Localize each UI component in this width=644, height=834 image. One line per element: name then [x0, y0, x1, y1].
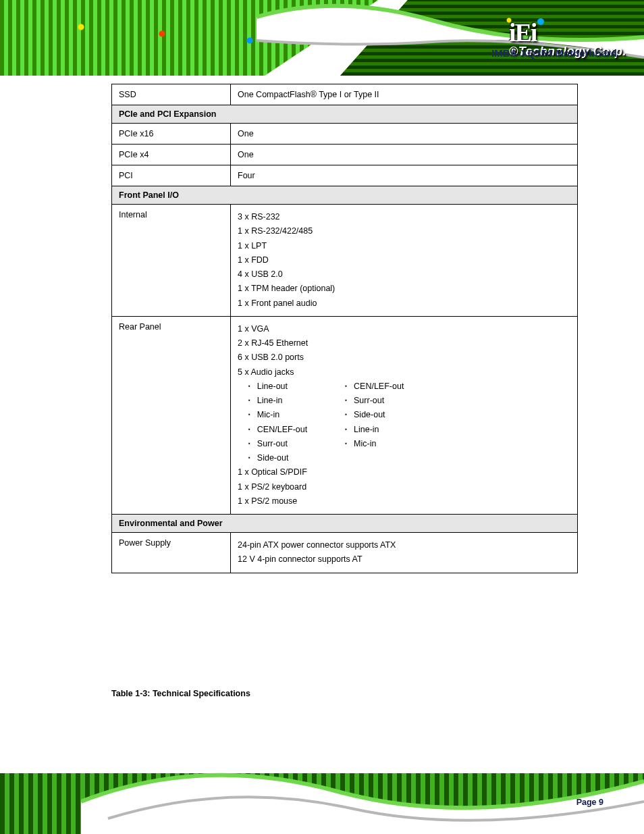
section-header-env: Environmental and Power	[112, 515, 578, 533]
brand-mark: iEi	[509, 18, 536, 47]
top-banner: iEi ®Technology Corp. IMBA-XQ354 Motherb…	[0, 0, 644, 76]
table-row: Rear Panel 1 x VGA 2 x RJ-45 Ethernet 6 …	[112, 316, 578, 514]
cell-label: Power Supply	[112, 533, 231, 573]
cell-value: Four	[231, 165, 578, 186]
table-row: Power Supply 24-pin ATX power connector …	[112, 533, 578, 573]
table-row: Internal 3 x RS-232 1 x RS-232/422/485 1…	[112, 205, 578, 317]
section-header-frontpanel: Front Panel I/O	[112, 186, 578, 205]
audio-col-left: Line-out Line-in Mic-in CEN/LEF-out Surr…	[238, 380, 307, 466]
audio-jack-columns: Line-out Line-in Mic-in CEN/LEF-out Surr…	[238, 380, 570, 466]
cell-label: PCI	[112, 165, 231, 186]
bottom-banner: Page 9	[0, 754, 644, 834]
cell-label: Rear Panel	[112, 316, 231, 514]
cell-label: PCIe x4	[112, 145, 231, 165]
table-row: PCI Four	[112, 165, 578, 186]
section-header-text: Front Panel I/O	[112, 186, 578, 205]
cell-value: One CompactFlash® Type I or Type II	[231, 84, 578, 105]
cell-value-rear: 1 x VGA 2 x RJ-45 Ethernet 6 x USB 2.0 p…	[231, 316, 578, 514]
section-header-text: Environmental and Power	[112, 515, 578, 533]
audio-col-right: CEN/LEF-out Surr-out Side-out Line-in Mi…	[334, 380, 404, 466]
spec-table: SSD One CompactFlash® Type I or Type II …	[111, 84, 578, 573]
table-row: PCIe x16 One	[112, 124, 578, 145]
cell-label: SSD	[112, 84, 231, 105]
cell-value: One	[231, 124, 578, 145]
document-title: IMBA-XQ354 Motherboard	[491, 47, 617, 59]
section-header-pcie: PCIe and PCI Expansion	[112, 105, 578, 124]
cell-value-internal: 3 x RS-232 1 x RS-232/422/485 1 x LPT 1 …	[231, 205, 578, 317]
page-number: Page 9	[576, 798, 603, 807]
table-caption: Table 1-3: Technical Specifications	[111, 689, 250, 698]
banner-pcb-left	[0, 0, 378, 76]
cell-label: Internal	[112, 205, 231, 317]
table-row: PCIe x4 One	[112, 145, 578, 165]
cell-value-power: 24-pin ATX power connector supports ATX …	[231, 533, 578, 573]
section-header-text: PCIe and PCI Expansion	[112, 105, 578, 124]
cell-label: PCIe x16	[112, 124, 231, 145]
table-row: SSD One CompactFlash® Type I or Type II	[112, 84, 578, 105]
cell-value: One	[231, 145, 578, 165]
banner-pcb-bottom	[0, 773, 644, 834]
